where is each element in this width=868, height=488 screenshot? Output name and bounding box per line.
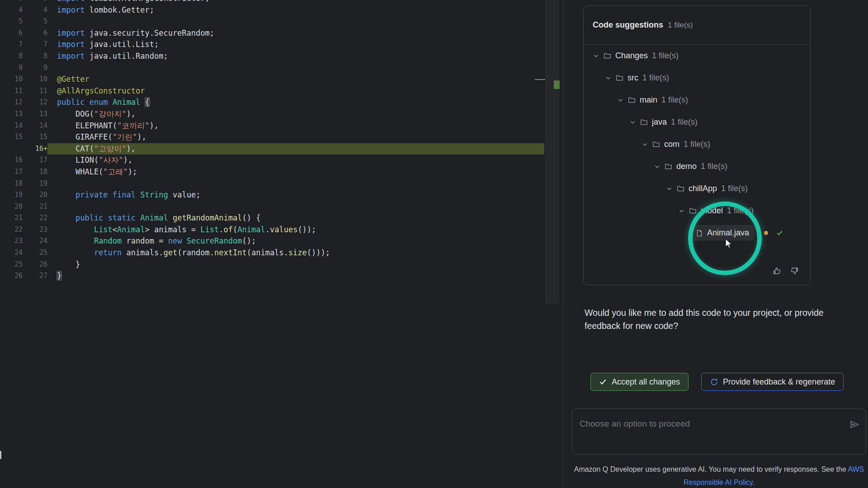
gutter-new-number: 6 — [23, 28, 47, 39]
code-token: Animal — [113, 98, 140, 107]
tree-item-changes[interactable]: Changes1 file(s) — [584, 45, 810, 67]
tree-item-count: 1 file(s) — [642, 73, 669, 83]
code-token — [140, 98, 145, 107]
thumbs-down-button[interactable] — [790, 266, 799, 276]
gutter-new-number: 4 — [23, 5, 47, 16]
code-line[interactable]: 1920 private final String value; — [0, 189, 563, 201]
thumbs-up-button[interactable] — [772, 266, 782, 276]
code-token: public — [75, 213, 103, 222]
chevron-down-icon[interactable] — [593, 52, 599, 59]
code-text: LION("사자"), — [47, 155, 544, 166]
folder-icon — [665, 163, 672, 170]
gutter-old-number: 15 — [0, 131, 23, 143]
folder-icon — [640, 118, 648, 126]
code-line[interactable]: 1414 ELEPHANT("코끼리"), — [0, 120, 563, 132]
code-line[interactable]: 1212public enum Animal { — [0, 97, 563, 108]
tree-item-main[interactable]: main1 file(s) — [584, 89, 810, 111]
code-token: ), — [137, 132, 146, 141]
code-line[interactable]: 2324 Random random = new SecureRandom(); — [0, 235, 563, 247]
editor-pane[interactable]: 33import lombok.AllArgsConstructor;44imp… — [0, 0, 563, 488]
send-button[interactable] — [849, 419, 860, 430]
gutter-old-number: 21 — [0, 212, 23, 224]
code-line[interactable]: 2627} — [0, 270, 563, 282]
code-line[interactable]: 99 — [0, 62, 563, 74]
code-token: animals. — [122, 248, 163, 257]
code-token — [57, 236, 94, 245]
code-line[interactable]: 44import lombok.Getter; — [0, 5, 563, 16]
chevron-down-icon[interactable] — [617, 97, 624, 103]
chevron-down-icon[interactable] — [678, 207, 685, 214]
gutter-new-number: 18 — [23, 166, 47, 178]
code-token: getRandomAnimal — [173, 213, 242, 222]
tree-item-label: src — [627, 73, 638, 83]
chevron-down-icon[interactable] — [629, 119, 636, 126]
gutter-new-number: 16+ — [23, 143, 47, 155]
code-text: import java.util.List; — [47, 39, 544, 51]
tree-item-label: com — [664, 140, 679, 149]
gutter-new-number: 22 — [23, 212, 47, 224]
code-token: value; — [168, 190, 201, 199]
tree-item-animal-java[interactable]: Animal.java — [584, 222, 810, 244]
tree-item-label: main — [640, 95, 657, 105]
code-token: java.util.List; — [85, 40, 159, 49]
chat-input[interactable] — [572, 409, 866, 454]
code-line[interactable]: 2425 return animals.get(random.nextInt(a… — [0, 247, 563, 259]
tree-item-src[interactable]: src1 file(s) — [584, 67, 810, 89]
tree-item-chillapp[interactable]: chillApp1 file(s) — [584, 178, 810, 200]
code-token: new — [168, 236, 182, 245]
code-token: ), — [126, 109, 135, 118]
chevron-down-icon[interactable] — [642, 141, 648, 148]
code-line[interactable]: 1617 LION("사자"), — [0, 155, 563, 166]
gutter-new-number: 20 — [23, 189, 47, 201]
code-line[interactable]: 88import java.util.Random; — [0, 51, 563, 62]
code-line[interactable]: 55 — [0, 16, 563, 28]
code-token: private — [75, 190, 108, 199]
code-token: . — [219, 225, 223, 234]
code-token: lombok.Getter; — [85, 5, 154, 14]
editor-scrollbar-track[interactable] — [545, 0, 559, 304]
code-token: import — [57, 28, 85, 38]
code-token: import — [57, 52, 85, 61]
code-line[interactable]: 2526 } — [0, 259, 563, 271]
code-token: List — [94, 225, 113, 234]
code-line[interactable]: 1010@Getter — [0, 74, 563, 85]
code-text: List<Animal> animals = List.of(Animal.va… — [47, 224, 544, 236]
gutter-old-number: 16 — [0, 155, 23, 166]
code-token: ), — [150, 121, 159, 130]
code-area[interactable]: 33import lombok.AllArgsConstructor;44imp… — [0, 0, 563, 282]
thumbs-up-icon — [772, 266, 782, 276]
code-line[interactable]: 2122 public static Animal getRandomAnima… — [0, 212, 563, 224]
code-line[interactable]: 1313 DOG("강아지"), — [0, 108, 563, 120]
tree-item-demo[interactable]: demo1 file(s) — [584, 155, 810, 178]
code-line[interactable]: 33import lombok.AllArgsConstructor; — [0, 0, 563, 5]
gutter-new-number: 10 — [23, 74, 47, 85]
tree-item-java[interactable]: java1 file(s) — [584, 111, 810, 133]
code-token: Animal — [237, 225, 265, 234]
gutter-old-number: 14 — [0, 120, 23, 132]
code-line[interactable]: 1718 WHALE("고래"); — [0, 166, 563, 178]
tree-item-com[interactable]: com1 file(s) — [584, 133, 810, 155]
gutter-old-number: 20 — [0, 201, 23, 213]
folder-icon — [616, 74, 623, 82]
code-token: import — [57, 0, 85, 3]
code-line[interactable]: 77import java.util.List; — [0, 39, 563, 51]
code-token: Random — [94, 236, 122, 245]
code-line[interactable]: 2021 — [0, 201, 563, 213]
provide-feedback-regenerate-button[interactable]: Provide feedback & regenerate — [701, 373, 844, 391]
code-token: ())); — [307, 248, 330, 257]
chevron-down-icon[interactable] — [666, 185, 673, 192]
chevron-down-icon[interactable] — [605, 75, 612, 81]
code-line[interactable]: 1515 GIRAFFE("기린"), — [0, 131, 563, 143]
tree-item-model[interactable]: model1 file(s) — [584, 200, 810, 222]
code-line[interactable]: 66import java.security.SecureRandom; — [0, 28, 563, 39]
code-line[interactable]: 1111@AllArgsConstructor — [0, 85, 563, 97]
code-line[interactable]: 1819 — [0, 178, 563, 190]
code-line[interactable]: 2223 List<Animal> animals = List.of(Anim… — [0, 224, 563, 236]
code-line[interactable]: 16+ CAT("고양이"), — [0, 143, 563, 155]
selected-file-chip[interactable]: Animal.java — [690, 225, 755, 241]
accept-all-changes-button[interactable]: Accept all changes — [590, 373, 689, 391]
code-text: return animals.get(random.nextInt(animal… — [47, 247, 544, 259]
code-token: LION( — [57, 155, 99, 164]
chevron-down-icon[interactable] — [654, 163, 660, 170]
code-token: @Getter — [57, 75, 90, 84]
